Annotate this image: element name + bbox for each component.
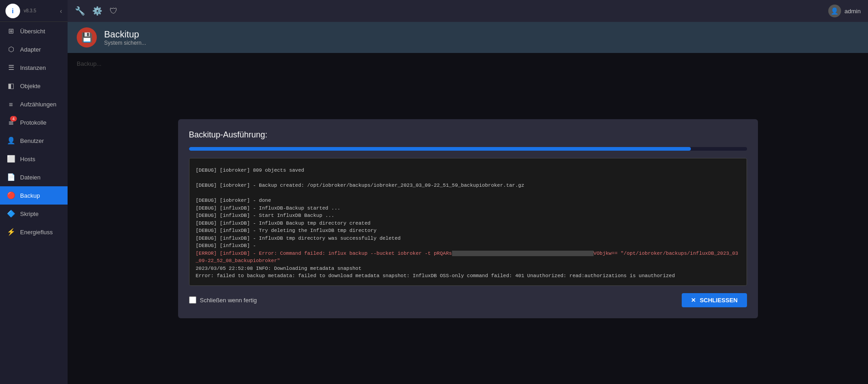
sidebar-nav: ⊞Übersicht⬡Adapter☰Instanzen◧Objekte≡Auf… [0, 22, 68, 384]
modal-footer: Schließen wenn fertig ✕ SCHLIESSEN [189, 293, 747, 307]
sidebar-item-label-aufzahlungen: Aufzählungen [20, 101, 57, 108]
sidebar-item-label-hosts: Hosts [20, 156, 35, 163]
sidebar-collapse-button[interactable]: ‹ [60, 7, 62, 15]
sidebar-item-label-ubersicht: Übersicht [20, 28, 45, 35]
benutzer-icon: 👤 [6, 136, 16, 145]
adapter-icon: ⬡ [6, 45, 16, 54]
sidebar-item-label-objekte: Objekte [20, 83, 41, 89]
sidebar-item-label-energiefluss: Energiefluss [20, 229, 53, 236]
sidebar-item-instanzen[interactable]: ☰Instanzen [0, 58, 68, 77]
backup-icon: 🔴 [6, 191, 16, 200]
sidebar-logo: i v8.3.5 ‹ [0, 0, 68, 22]
sidebar-item-label-backup: Backup [20, 192, 40, 199]
sidebar-item-skripte[interactable]: 🔷Skripte [0, 205, 68, 223]
sidebar-item-label-dateien: Dateien [20, 174, 41, 181]
energiefluss-icon: ⚡ [6, 227, 16, 237]
topbar-user: 👤 admin [828, 5, 861, 17]
page-header-text: Backitup System sichern... [104, 29, 146, 46]
instanzen-icon: ☰ [6, 63, 16, 72]
main-content: 🔧 ⚙️ 🛡 👤 admin 💾 Backitup System sichern… [68, 0, 868, 384]
sidebar-item-dateien[interactable]: 📄Dateien [0, 168, 68, 186]
sidebar-item-ubersicht[interactable]: ⊞Übersicht [0, 22, 68, 40]
sidebar-item-backup[interactable]: 🔴Backup [0, 186, 68, 205]
modal-title: Backitup-Ausführung: [189, 130, 747, 140]
sidebar-item-objekte[interactable]: ◧Objekte [0, 77, 68, 95]
wrench-icon[interactable]: 🔧 [75, 6, 85, 16]
close-when-done-label[interactable]: Schließen wenn fertig [189, 296, 257, 304]
sidebar: i v8.3.5 ‹ ⊞Übersicht⬡Adapter☰Instanzen◧… [0, 0, 68, 384]
ubersicht-icon: ⊞ [6, 26, 16, 36]
user-avatar: 👤 [828, 5, 841, 17]
sidebar-item-benutzer[interactable]: 👤Benutzer [0, 132, 68, 150]
close-when-done-text: Schließen wenn fertig [200, 297, 257, 304]
dateien-icon: 📄 [6, 173, 16, 182]
sidebar-item-label-skripte: Skripte [20, 210, 38, 217]
skripte-icon: 🔷 [6, 209, 16, 218]
topbar: 🔧 ⚙️ 🛡 👤 admin [68, 0, 868, 22]
execution-modal: Backitup-Ausführung: Started iobroker ..… [178, 119, 758, 318]
terminal-output[interactable]: Started iobroker ... [DEBUG] [iobroker] … [189, 158, 747, 286]
close-button[interactable]: ✕ SCHLIESSEN [682, 293, 747, 307]
protokolle-badge: 4 [10, 116, 17, 121]
page-title: Backitup [104, 29, 146, 40]
app-version: v8.3.5 [24, 8, 36, 13]
objekte-icon: ◧ [6, 81, 16, 90]
close-when-done-checkbox[interactable] [189, 296, 196, 304]
progress-bar-fill [189, 147, 691, 151]
page-subtitle: System sichern... [104, 40, 146, 46]
sidebar-item-label-benutzer: Benutzer [20, 137, 44, 144]
page-header-icon: 💾 [77, 27, 97, 47]
hosts-icon: ⬜ [6, 154, 16, 163]
progress-bar-container [189, 147, 747, 151]
sidebar-item-protokolle[interactable]: ≣4Protokolle [0, 113, 68, 132]
sidebar-item-aufzahlungen[interactable]: ≡Aufzählungen [0, 95, 68, 113]
sidebar-item-label-protokolle: Protokolle [20, 119, 47, 126]
close-icon: ✕ [691, 297, 696, 304]
sidebar-item-adapter[interactable]: ⬡Adapter [0, 40, 68, 58]
close-button-label: SCHLIESSEN [700, 297, 737, 304]
aufzahlungen-icon: ≡ [6, 100, 16, 109]
app-logo: i [5, 4, 20, 18]
modal-overlay: Backitup-Ausführung: Started iobroker ..… [68, 53, 868, 384]
sidebar-item-label-instanzen: Instanzen [20, 64, 46, 71]
sidebar-item-label-adapter: Adapter [20, 46, 41, 53]
sidebar-item-hosts[interactable]: ⬜Hosts [0, 150, 68, 168]
shield-icon[interactable]: 🛡 [110, 6, 118, 16]
content-area: Backup... Backitup-Ausführung: Started i… [68, 53, 868, 384]
page-header: 💾 Backitup System sichern... [68, 22, 868, 53]
sidebar-item-energiefluss[interactable]: ⚡Energiefluss [0, 223, 68, 241]
topbar-tools: 🔧 ⚙️ 🛡 [75, 6, 118, 16]
username-label: admin [845, 8, 861, 15]
gear-icon[interactable]: ⚙️ [92, 6, 102, 16]
